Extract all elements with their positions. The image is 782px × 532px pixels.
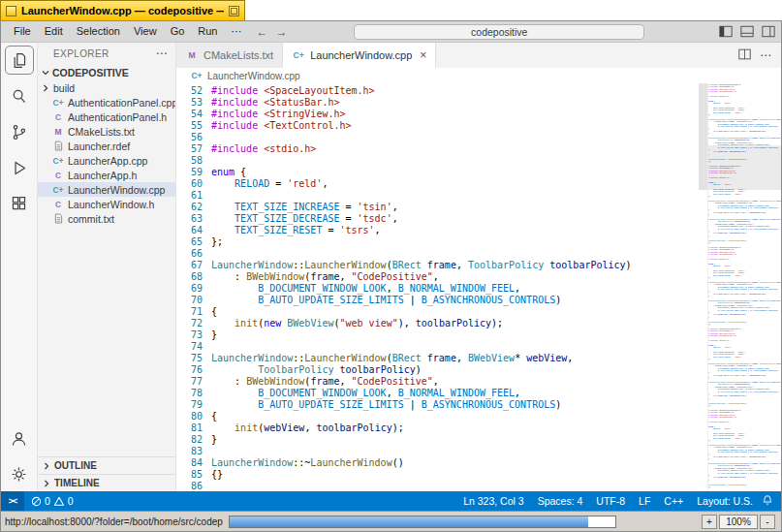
line-number: 61 — [176, 190, 203, 202]
code-line: } — [211, 329, 707, 341]
tree-item-launcherwindow-cpp[interactable]: C+LauncherWindow.cpp — [38, 182, 175, 197]
toggle-secondary-sidebar-icon[interactable] — [762, 25, 775, 38]
split-editor-icon[interactable] — [738, 47, 751, 64]
notifications-bell-icon[interactable] — [762, 494, 781, 508]
tree-item-cmakelists-txt[interactable]: MCMakeLists.txt — [38, 124, 175, 139]
tree-item-authenticationpanel-cpp[interactable]: C+AuthenticationPanel.cpp — [38, 95, 175, 110]
account-icon[interactable] — [6, 424, 33, 452]
search-icon[interactable] — [6, 82, 33, 110]
code-line: : BWebWindow(frame, "CodePositive", — [211, 376, 707, 388]
line-number: 83 — [176, 446, 203, 457]
toggle-sidebar-icon[interactable] — [719, 25, 733, 38]
status-item[interactable]: Layout: U.S. — [697, 495, 753, 507]
code-line — [211, 481, 707, 491]
command-center[interactable]: codepositive — [354, 24, 644, 40]
line-number: 74 — [176, 341, 203, 353]
haiku-titlebar: LauncherWindow.cpp — codepositive — VSCo… — [0, 0, 782, 20]
zoom-in-button[interactable]: + — [702, 515, 717, 529]
settings-gear-icon[interactable] — [6, 460, 33, 487]
menu-[interactable]: ⋯ — [225, 23, 249, 39]
text-file-icon — [51, 213, 65, 224]
code-line: init(new BWebView("web view"), toolbarPo… — [211, 318, 707, 329]
menu-selection[interactable]: Selection — [70, 23, 127, 39]
code-line: B_DOCUMENT_WINDOW_LOOK, B_NORMAL_WINDOW_… — [211, 388, 707, 399]
tree-item-launcherapp-h[interactable]: CLauncherApp.h — [38, 168, 175, 182]
code-line: B_DOCUMENT_WINDOW_LOOK, B_NORMAL_WINDOW_… — [211, 283, 707, 295]
editor-more-actions-icon[interactable]: ⋯ — [760, 48, 771, 62]
code-line: {} — [211, 469, 707, 481]
editor-group: M CMakeLists.txt C+ LauncherWindow.cpp ×… — [176, 43, 781, 491]
line-number: 60 — [176, 178, 203, 190]
tree-item-commit-txt[interactable]: commit.txt — [38, 211, 175, 226]
line-number: 71 — [176, 306, 203, 318]
status-item[interactable]: Spaces: 4 — [538, 495, 583, 507]
line-number: 55 — [176, 120, 203, 132]
line-number: 62 — [176, 202, 203, 213]
window-title: LauncherWindow.cpp — codepositive — VSCo… — [21, 5, 224, 16]
breadcrumb[interactable]: C+ LauncherWindow.cpp — [176, 68, 781, 83]
cpp-file-icon: C+ — [51, 185, 65, 195]
tree-item-authenticationpanel-h[interactable]: CAuthenticationPanel.h — [38, 110, 175, 124]
outline-section[interactable]: OUTLINE — [38, 456, 175, 474]
zoom-out-button[interactable]: - — [760, 515, 775, 529]
code-line: TEXT_SIZE_RESET = 'tsrs', — [211, 225, 707, 236]
minimap-slider[interactable] — [708, 145, 781, 190]
close-window-icon[interactable] — [6, 6, 16, 16]
extensions-icon[interactable] — [6, 190, 33, 217]
tree-folder-build[interactable]: build — [38, 80, 175, 95]
editor-scrollbar[interactable] — [699, 83, 707, 190]
activity-bar — [1, 43, 38, 491]
explorer-icon[interactable] — [6, 47, 33, 74]
code-line: #include <SpaceLayoutItem.h> — [211, 85, 707, 97]
tree-item-label: AuthenticationPanel.cpp — [68, 97, 175, 109]
run-debug-icon[interactable] — [6, 154, 33, 181]
menu-view[interactable]: View — [127, 23, 164, 39]
status-item[interactable]: Ln 323, Col 3 — [463, 495, 523, 507]
toggle-panel-icon[interactable] — [740, 25, 754, 38]
status-item[interactable]: C++ — [664, 495, 683, 507]
remote-indicator-icon[interactable]: >< — [1, 491, 24, 511]
line-number: 84 — [176, 457, 203, 469]
status-item[interactable]: LF — [639, 495, 650, 507]
tab-cmakelists[interactable]: M CMakeLists.txt — [176, 43, 283, 68]
code-line: init(webView, toolbarPolicy); — [211, 422, 707, 434]
code-line: #include <stdio.h> — [211, 143, 707, 155]
code-line: LauncherWindow::LauncherWindow(BRect fra… — [211, 260, 707, 271]
tree-item-launcherapp-cpp[interactable]: C+LauncherApp.cpp — [38, 153, 175, 168]
menu-go[interactable]: Go — [164, 23, 192, 39]
tree-item-label: LauncherApp.cpp — [68, 155, 147, 167]
status-item[interactable]: UTF-8 — [596, 495, 625, 507]
tree-item-launcher-rdef[interactable]: Launcher.rdef — [38, 139, 175, 153]
tab-launcherwindow[interactable]: C+ LauncherWindow.cpp × — [283, 43, 436, 68]
source-control-icon[interactable] — [6, 118, 33, 145]
cpp-file-icon: C+ — [51, 98, 65, 108]
zoom-window-icon[interactable] — [229, 6, 239, 16]
code-editor[interactable]: 5253545556575859606162636465666768697071… — [176, 83, 781, 491]
workspace-root-folder[interactable]: CODEPOSITIVE — [38, 64, 175, 80]
window-title-tab[interactable]: LauncherWindow.cpp — codepositive — VSCo… — [0, 0, 245, 20]
code-line: LauncherWindow::~LauncherWindow() — [211, 457, 707, 469]
code-line: LauncherWindow::LauncherWindow(BRect fra… — [211, 353, 707, 364]
tree-item-label: build — [53, 82, 75, 94]
code-line: TEXT_SIZE_DECREASE = 'tsdc', — [211, 213, 707, 225]
chevron-right-icon — [42, 461, 51, 471]
minimap[interactable]: #include <SpaceLayoutItem.h>#include <St… — [707, 83, 781, 491]
nav-back-icon[interactable]: ← — [257, 25, 268, 39]
timeline-section[interactable]: TIMELINE — [38, 474, 175, 491]
line-number: 68 — [176, 271, 203, 283]
code-line: { — [211, 306, 707, 318]
code-line: } — [211, 434, 707, 446]
problems-status[interactable]: 0 0 — [24, 495, 80, 507]
vscodium-window: LauncherWindow.cpp — codepositive — VSCo… — [0, 0, 782, 532]
nav-forward-icon[interactable]: → — [276, 25, 288, 39]
explorer-more-actions-icon[interactable]: ⋯ — [156, 47, 168, 60]
menu-run[interactable]: Run — [191, 23, 224, 39]
menu-file[interactable]: File — [7, 23, 38, 39]
close-tab-icon[interactable]: × — [420, 48, 426, 62]
status-bar: >< 0 0 Ln 323, Col 3Spaces: 4UTF-8LFC++L… — [1, 491, 781, 511]
menu-edit[interactable]: Edit — [38, 23, 70, 39]
tree-item-launcherwindow-h[interactable]: CLauncherWindow.h — [38, 197, 175, 211]
menu-bar: FileEditSelectionViewGoRun⋯ ← → codeposi… — [1, 21, 781, 43]
code-line: B_AUTO_UPDATE_SIZE_LIMITS | B_ASYNCHRONO… — [211, 295, 707, 306]
code-area: #include <SpaceLayoutItem.h>#include <St… — [211, 83, 707, 491]
